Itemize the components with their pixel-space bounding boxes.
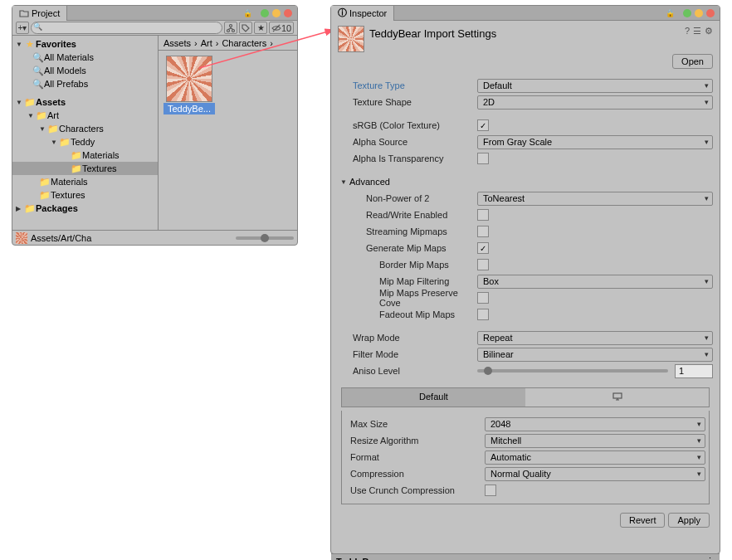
hidden-count-button[interactable]: 10 [269,22,294,34]
search-input[interactable] [31,22,222,34]
thumb-size-slider[interactable] [236,236,294,240]
inspector-header: TeddyBear Import Settings ? ☰ ⚙ [338,26,713,52]
project-body: ▼★Favorites 🔍All Materials 🔍All Models 🔍… [12,36,297,230]
page-title: TeddyBear Import Settings [369,26,680,40]
dropdown-alpha-source[interactable]: From Gray Scale [477,135,713,149]
checkbox-rw[interactable] [477,209,489,221]
inspector-body: TeddyBear Import Settings ? ☰ ⚙ Open Tex… [331,21,720,553]
window-min-button[interactable] [683,9,691,17]
window-close-button[interactable] [284,9,292,17]
slider-aniso[interactable] [477,369,668,373]
breadcrumb-item[interactable]: Art [201,38,212,48]
platform-tabs: Default [341,387,710,407]
filter-type-button[interactable] [224,22,237,34]
checkbox-alpha-trans[interactable] [477,153,489,164]
tab-standalone[interactable] [525,388,709,407]
section-advanced[interactable]: ▼Advanced [338,173,713,190]
chevron-right-icon: › [216,38,219,48]
dropdown-texture-shape[interactable]: 2D [477,95,713,110]
tree-fav-item[interactable]: 🔍All Prefabs [12,77,158,90]
breadcrumb: Assets› Art› Characters› [159,36,297,51]
preview-name: TeddyBear [336,557,383,561]
label-rw: Read/Write Enabled [338,210,477,220]
dropdown-npot[interactable]: ToNearest [477,192,713,206]
tree-fav-item[interactable]: 🔍All Materials [12,51,158,64]
checkbox-srgb[interactable]: ✓ [477,119,489,131]
label-srgb: sRGB (Color Texture) [338,120,477,130]
preset-icon[interactable]: ☰ [693,26,701,37]
dropdown-wrap[interactable]: Repeat [477,331,713,345]
tree-materials-2[interactable]: 📁Materials [12,175,158,188]
preview-bar[interactable]: TeddyBear ⋮ [331,553,720,560]
checkbox-border[interactable] [477,259,489,270]
aniso-input[interactable] [675,364,713,378]
breadcrumb-item[interactable]: Characters [222,38,266,48]
inspector-panel: ⓘ Inspector 🔒 TeddyBear Import Settings … [330,5,720,554]
dropdown-maxsize[interactable]: 2048 [485,417,705,431]
tree-teddy[interactable]: ▼📁Teddy [12,135,158,149]
window-buttons [678,9,720,17]
filter-label-button[interactable] [239,22,252,34]
dropdown-compression[interactable]: Normal Quality [485,467,705,481]
window-max-button[interactable] [272,9,281,17]
window-min-button[interactable] [261,9,269,17]
svg-rect-4 [613,393,622,398]
header-thumbnail [338,26,364,52]
checkbox-genmip[interactable]: ✓ [477,242,489,254]
label-fadeout: Fadeout Mip Maps [338,309,477,319]
label-maxsize: Max Size [345,419,485,429]
tab-label: Project [32,8,60,18]
tree-art[interactable]: ▼📁Art [12,109,158,122]
dropdown-texture-type[interactable]: Default [477,79,713,93]
checkbox-crunch[interactable] [485,485,496,496]
tree-fav-item[interactable]: 🔍All Models [12,64,158,77]
open-button[interactable]: Open [672,54,713,69]
project-tabbar: Project 🔒 [12,6,297,21]
tree-assets[interactable]: ▼📁Assets [12,95,158,109]
hierarchy-icon [226,23,236,33]
lock-icon[interactable]: 🔒 [662,9,678,17]
hidden-count: 10 [281,23,291,33]
tab-inspector[interactable]: ⓘ Inspector [331,6,394,21]
breadcrumb-item[interactable]: Assets [163,38,191,48]
svg-point-0 [230,24,232,27]
eye-off-icon [271,23,281,33]
label-compression: Compression [345,469,485,479]
tree-packages[interactable]: ▶📁Packages [12,202,158,215]
label-mipcover: Mip Maps Preserve Cove [338,288,477,308]
dropdown-filter[interactable]: Bilinear [477,348,713,362]
dropdown-format[interactable]: Automatic [485,450,705,465]
apply-button[interactable]: Apply [668,513,710,528]
checkbox-stream[interactable] [477,226,489,237]
help-icon[interactable]: ? [685,26,690,37]
checkbox-fadeout[interactable] [477,309,489,320]
asset-teddybear[interactable]: TeddyBe... [163,56,215,114]
tab-label: Inspector [349,8,387,18]
checkbox-mipcover[interactable] [477,292,489,304]
chevron-right-icon: › [194,38,198,48]
tree-materials[interactable]: 📁Materials [12,149,158,162]
info-icon: ⓘ [338,7,347,19]
gear-icon[interactable]: ⚙ [705,26,713,37]
inspector-tabbar: ⓘ Inspector 🔒 [331,6,720,21]
label-genmip: Generate Mip Maps [338,243,477,253]
apply-buttons: Revert Apply [338,509,713,534]
tab-project[interactable]: Project [12,6,67,21]
revert-button[interactable]: Revert [620,513,665,528]
tree-favorites[interactable]: ▼★Favorites [12,37,158,51]
asset-grid[interactable]: TeddyBe... [159,51,297,230]
dropdown-resize[interactable]: Mitchell [485,434,705,448]
lock-icon[interactable]: 🔒 [240,9,256,17]
menu-icon[interactable]: ⋮ [705,556,715,560]
tree-characters[interactable]: ▼📁Characters [12,122,158,135]
tree-textures[interactable]: 📁Textures [12,162,158,175]
tab-default[interactable]: Default [342,388,525,407]
tree-textures-2[interactable]: 📁Textures [12,188,158,202]
window-max-button[interactable] [695,9,703,17]
window-close-button[interactable] [706,9,715,17]
svg-point-2 [232,29,235,32]
favorite-button[interactable]: ★ [254,22,267,34]
create-button[interactable]: +▾ [16,22,29,34]
dropdown-mipfilter[interactable]: Box [477,275,713,289]
label-texture-type: Texture Type [338,80,477,90]
